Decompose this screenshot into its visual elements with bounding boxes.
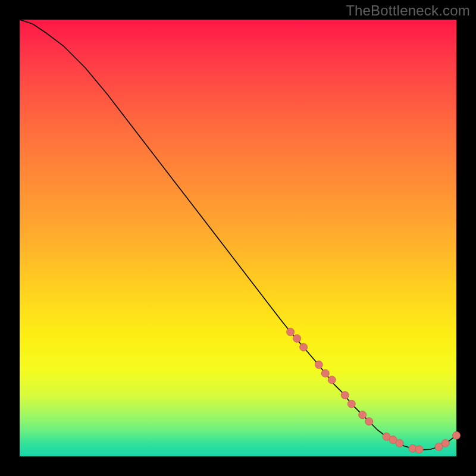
watermark-text: TheBottleneck.com [346, 2, 470, 19]
curve-marker [347, 400, 355, 408]
curve-marker [287, 328, 295, 336]
curve-marker [365, 418, 373, 425]
curve-marker [315, 361, 322, 368]
curve-marker [341, 392, 349, 399]
curve-marker [453, 431, 461, 439]
curve-marker [359, 411, 367, 419]
curve-marker [396, 440, 403, 447]
curve-marker [293, 334, 301, 342]
plot-area [20, 20, 456, 456]
bottleneck-curve [20, 20, 456, 456]
curve-line [20, 20, 456, 450]
curve-marker [415, 446, 423, 453]
chart-frame: TheBottleneck.com [0, 0, 476, 476]
curve-marker [321, 369, 329, 377]
curve-marker [441, 440, 449, 447]
curve-marker [300, 343, 308, 351]
curve-markers [287, 328, 461, 453]
curve-marker [328, 376, 336, 384]
